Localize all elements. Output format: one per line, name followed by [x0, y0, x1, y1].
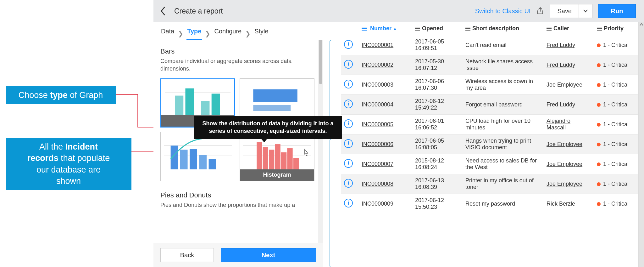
info-icon[interactable]	[344, 119, 353, 128]
incident-table: Number▲ Opened Short description Caller …	[341, 22, 641, 213]
incident-number-link[interactable]: INC0000008	[362, 181, 393, 187]
priority-dot-icon	[597, 63, 601, 67]
table-row: INC00000092017-06-1215:50:23Reset my pas…	[341, 194, 641, 214]
col-header-caller[interactable]: Caller	[543, 22, 594, 35]
incident-number-link[interactable]: INC0000007	[362, 161, 393, 167]
cell-opened: 2017-05-3016:07:12	[412, 55, 462, 75]
info-icon[interactable]	[344, 80, 353, 88]
column-menu-icon[interactable]	[362, 26, 367, 31]
designer-left-pane: Data ❯ Type ❯ Configure ❯ Style Bars Com…	[153, 22, 323, 267]
info-icon[interactable]	[344, 60, 353, 69]
info-icon[interactable]	[344, 40, 353, 49]
chart-card-label: Histogram	[240, 169, 314, 181]
cell-opened: 2017-06-0616:07:30	[412, 75, 462, 95]
priority-dot-icon	[597, 83, 601, 87]
table-row: INC00000042017-06-1215:49:22Forgot email…	[341, 95, 641, 115]
priority-dot-icon	[597, 143, 601, 146]
preview-pane: Number▲ Opened Short description Caller …	[323, 22, 644, 267]
cell-priority: 1 - Critical	[594, 134, 641, 154]
priority-dot-icon	[597, 43, 601, 47]
left-pane-scrollbar[interactable]	[318, 40, 323, 243]
chevron-right-icon: ❯	[205, 30, 210, 37]
svg-rect-13	[190, 149, 197, 169]
table-row: INC00000072015-08-1216:08:24Need access …	[341, 154, 641, 174]
cell-short-desc: Printer in my office is out of toner	[462, 174, 543, 194]
cell-priority: 1 - Critical	[594, 35, 641, 55]
step-style[interactable]: Style	[254, 28, 269, 40]
caller-link[interactable]: Joe Employee	[547, 161, 582, 167]
cell-short-desc: CPU load high for over 10 minutes	[462, 115, 543, 134]
priority-dot-icon	[597, 162, 601, 166]
scroll-up-icon[interactable]	[639, 22, 644, 27]
incident-number-link[interactable]: INC0000006	[362, 141, 393, 147]
step-data[interactable]: Data	[160, 28, 175, 40]
cell-short-desc: Network file shares access issue	[462, 55, 543, 75]
cell-opened: 2017-06-0516:09:51	[412, 35, 462, 55]
caller-link[interactable]: Rick Berzle	[547, 201, 575, 207]
tooltip-tail	[260, 138, 268, 142]
cell-priority: 1 - Critical	[594, 75, 641, 95]
info-icon[interactable]	[344, 99, 353, 108]
svg-rect-21	[275, 144, 280, 169]
back-button-footer[interactable]: Back	[160, 248, 214, 262]
chart-card-histogram[interactable]: Histogram	[240, 132, 314, 181]
share-icon[interactable]	[536, 7, 544, 15]
caller-link[interactable]: Fred Luddy	[547, 101, 575, 108]
cell-priority: 1 - Critical	[594, 174, 641, 194]
caller-link[interactable]: Joe Employee	[547, 82, 582, 88]
chart-card-pareto[interactable]	[160, 132, 235, 181]
col-header-short-desc[interactable]: Short description	[462, 22, 543, 35]
next-button[interactable]: Next	[221, 248, 316, 262]
app-window: Create a report Switch to Classic UI Sav…	[153, 0, 644, 267]
table-row: INC00000082017-06-1316:08:39Printer in m…	[341, 174, 641, 194]
caller-link[interactable]: Fred Luddy	[547, 62, 575, 68]
switch-classic-link[interactable]: Switch to Classic UI	[475, 8, 531, 15]
info-icon[interactable]	[344, 139, 353, 148]
column-menu-icon[interactable]	[597, 26, 602, 31]
step-type[interactable]: Type	[186, 28, 202, 40]
save-dropdown-button[interactable]	[579, 4, 592, 18]
table-row: INC00000022017-05-3016:07:12Network file…	[341, 55, 641, 75]
hbar-chart-icon	[243, 82, 311, 116]
right-pane-scrollbar[interactable]	[638, 22, 644, 267]
step-configure[interactable]: Configure	[214, 28, 242, 40]
save-button[interactable]: Save	[550, 4, 579, 18]
svg-rect-4	[185, 88, 194, 115]
cell-opened: 2017-06-0116:06:52	[412, 115, 462, 134]
info-icon[interactable]	[344, 199, 353, 207]
col-header-priority[interactable]: Priority	[594, 22, 641, 35]
cell-opened: 2017-06-1215:50:23	[412, 194, 462, 214]
column-menu-icon[interactable]	[547, 26, 552, 31]
histogram-chart-icon	[243, 135, 311, 169]
incident-number-link[interactable]: INC0000001	[362, 42, 393, 48]
column-menu-icon[interactable]	[415, 26, 420, 31]
svg-rect-7	[253, 89, 297, 102]
caller-link[interactable]: Joe Employee	[547, 181, 582, 187]
cell-priority: 1 - Critical	[594, 194, 641, 214]
incident-number-link[interactable]: INC0000004	[362, 101, 393, 108]
incident-number-link[interactable]: INC0000009	[362, 201, 393, 207]
section-title-bars: Bars	[160, 47, 316, 55]
info-icon[interactable]	[344, 159, 353, 168]
run-button[interactable]: Run	[598, 4, 636, 18]
cell-short-desc: Wireless access is down in my area	[462, 75, 543, 95]
col-header-number[interactable]: Number▲	[358, 22, 412, 35]
svg-rect-14	[199, 155, 207, 169]
page-title: Create a report	[174, 7, 223, 15]
caller-link[interactable]: Joe Employee	[547, 141, 582, 147]
col-header-opened[interactable]: Opened	[412, 22, 462, 35]
back-button[interactable]	[157, 5, 169, 17]
svg-rect-5	[201, 101, 209, 115]
incident-number-link[interactable]: INC0000005	[362, 121, 393, 128]
bracket-annotation-2	[330, 139, 339, 267]
column-menu-icon[interactable]	[465, 26, 470, 31]
priority-dot-icon	[597, 182, 601, 186]
svg-rect-24	[293, 158, 299, 169]
chevron-right-icon: ❯	[178, 30, 183, 37]
caller-link[interactable]: Alejandro Mascall	[547, 118, 570, 131]
cell-opened: 2017-06-0516:08:05	[412, 134, 462, 154]
info-icon[interactable]	[344, 179, 353, 188]
incident-number-link[interactable]: INC0000002	[362, 62, 393, 68]
caller-link[interactable]: Fred Luddy	[547, 42, 575, 48]
incident-number-link[interactable]: INC0000003	[362, 82, 393, 88]
